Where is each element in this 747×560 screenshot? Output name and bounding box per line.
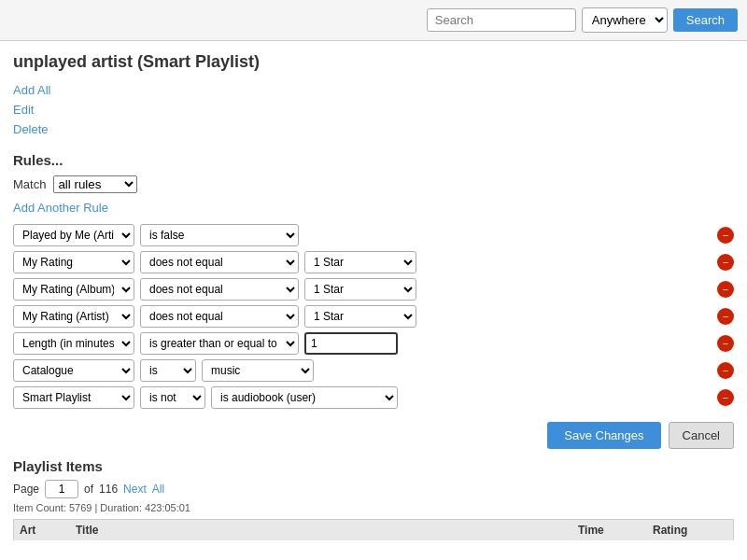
rule4-col2-select[interactable]: does not equal equals — [140, 305, 299, 328]
edit-link[interactable]: Edit — [13, 101, 734, 120]
save-changes-button[interactable]: Save Changes — [547, 422, 660, 449]
rule3-col2-select[interactable]: does not equal equals — [140, 278, 299, 301]
rule3-col3-select[interactable]: 1 Star 2 Stars 3 Stars — [304, 278, 416, 301]
rule-row: Smart Playlist is not is is audiobook (u… — [13, 386, 734, 409]
rule4-col3-select[interactable]: 1 Star 2 Stars 3 Stars — [304, 305, 416, 328]
rule-row: My Rating (Album) does not equal equals … — [13, 278, 734, 301]
rules-section-title: Rules... — [13, 152, 734, 168]
rule5-number-input[interactable] — [304, 332, 398, 355]
rule1-col2-select[interactable]: is false is true — [140, 224, 299, 246]
col-title: Title — [76, 524, 578, 537]
rule4-col1-select[interactable]: My Rating (Artist) — [13, 305, 134, 328]
rule7-col3b-select[interactable]: is audiobook (user) is podcast — [211, 386, 398, 409]
rule-row: My Rating (Artist) does not equal equals… — [13, 305, 734, 328]
rule2-col1-select[interactable]: My Rating — [13, 251, 134, 273]
all-link[interactable]: All — [152, 483, 164, 496]
items-section-title: Playlist Items — [13, 458, 734, 474]
rule1-remove-button[interactable]: − — [717, 227, 734, 244]
rule6-remove-button[interactable]: − — [717, 362, 734, 379]
rule2-col2-select[interactable]: does not equal equals is greater than — [140, 251, 299, 273]
cancel-button[interactable]: Cancel — [669, 422, 734, 449]
rule3-col1-select[interactable]: My Rating (Album) — [13, 278, 134, 301]
delete-link[interactable]: Delete — [13, 120, 734, 140]
rule7-col1-select[interactable]: Smart Playlist — [13, 386, 134, 409]
main-content: unplayed artist (Smart Playlist) Add All… — [0, 41, 747, 554]
footer-actions: Save Changes Cancel — [13, 422, 734, 449]
header: Anywhere Title Artist Album Search — [0, 0, 747, 41]
rule6-col2-select[interactable]: is is not — [140, 359, 196, 382]
of-label: of — [84, 483, 93, 496]
rule7-remove-button[interactable]: − — [717, 389, 734, 406]
rule5-remove-button[interactable]: − — [717, 335, 734, 352]
match-row: Match all rules any rule — [13, 175, 734, 193]
rule-row: My Rating does not equal equals is great… — [13, 251, 734, 273]
search-where-dropdown[interactable]: Anywhere Title Artist Album — [582, 7, 668, 33]
page-input[interactable] — [45, 480, 78, 498]
rule1-col1-select[interactable]: Played by Me (Artist) — [13, 224, 134, 246]
search-input[interactable] — [427, 8, 576, 32]
items-section: Playlist Items Page of 116 Next All Item… — [13, 458, 734, 540]
rule2-col3-select[interactable]: 1 Star 2 Stars 3 Stars 4 Stars 5 Stars — [304, 251, 416, 273]
stats-row: Item Count: 5769 | Duration: 423:05:01 — [13, 502, 734, 513]
rule5-col2-select[interactable]: is greater than or equal to is less than… — [140, 332, 299, 355]
rule4-remove-button[interactable]: − — [717, 308, 734, 325]
total-pages: 116 — [99, 483, 118, 496]
table-header: Art Title Time Rating — [13, 519, 734, 540]
rule2-remove-button[interactable]: − — [717, 254, 734, 271]
page-label: Page — [13, 483, 39, 496]
rule5-col1-select[interactable]: Length (in minutes) — [13, 332, 134, 355]
rule-row: Catalogue is is not music podcast audiob… — [13, 359, 734, 382]
rule6-col3-select[interactable]: music podcast audiobook — [202, 359, 314, 382]
playlist-title: unplayed artist (Smart Playlist) — [13, 52, 734, 72]
rule6-col1-select[interactable]: Catalogue — [13, 359, 134, 382]
rule-row: Played by Me (Artist) is false is true − — [13, 224, 734, 246]
add-all-link[interactable]: Add All — [13, 81, 734, 101]
col-art: Art — [20, 524, 76, 537]
rule7-col2-select[interactable]: is not is — [140, 386, 205, 409]
action-links: Add All Edit Delete — [13, 81, 734, 139]
match-label: Match — [13, 177, 46, 191]
rule3-remove-button[interactable]: − — [717, 281, 734, 298]
rule-row: Length (in minutes) is greater than or e… — [13, 332, 734, 355]
add-rule-row: Add Another Rule — [13, 201, 734, 215]
search-button[interactable]: Search — [673, 8, 738, 32]
rules-container: Played by Me (Artist) is false is true −… — [13, 224, 734, 409]
col-time: Time — [578, 524, 653, 537]
col-rating: Rating — [653, 524, 727, 537]
next-link[interactable]: Next — [123, 483, 147, 496]
add-rule-link[interactable]: Add Another Rule — [13, 201, 108, 215]
pagination-row: Page of 116 Next All — [13, 480, 734, 498]
match-select[interactable]: all rules any rule — [53, 175, 137, 193]
